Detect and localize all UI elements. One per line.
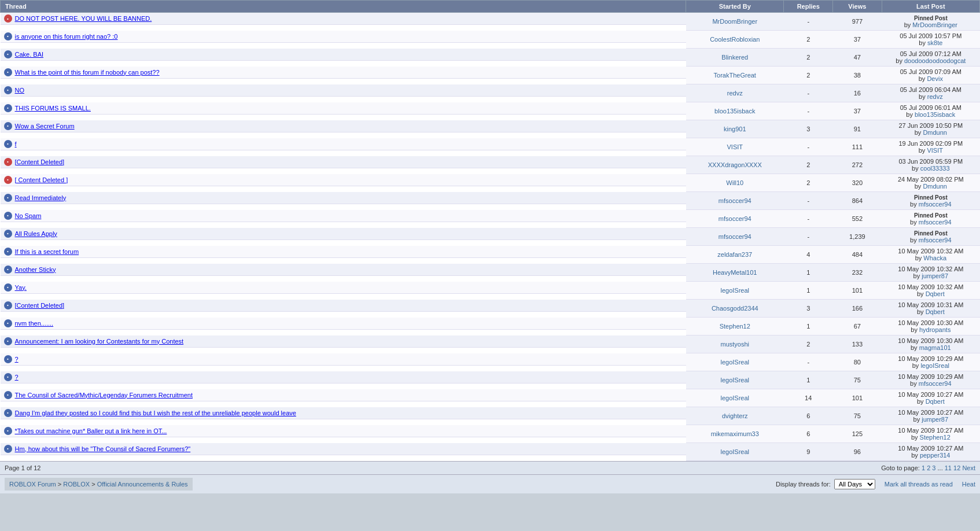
last-post-user-link[interactable]: Stephen12 bbox=[920, 434, 950, 441]
thread-title-cell: • [Content Deleted] bbox=[1, 156, 686, 168]
mark-all-read-link[interactable]: Mark all threads as read bbox=[885, 481, 953, 488]
breadcrumb-roblox-forum-link[interactable]: ROBLOX Forum bbox=[9, 481, 56, 488]
thread-title-link[interactable]: NO bbox=[15, 87, 25, 94]
started-by-link[interactable]: legoISreal bbox=[720, 377, 749, 384]
thread-title-link[interactable]: is anyone on this forum right nao? :0 bbox=[15, 33, 118, 40]
last-post-user-link[interactable]: Devix bbox=[927, 75, 943, 82]
started-by-link[interactable]: Chaosgodd2344 bbox=[712, 305, 758, 312]
next-page-link[interactable]: Next bbox=[962, 464, 975, 471]
thread-title-link[interactable]: Wow a Secret Forum bbox=[15, 123, 75, 130]
started-by-link[interactable]: mfsoccer94 bbox=[719, 197, 751, 204]
started-by-link[interactable]: legoISreal bbox=[720, 287, 749, 294]
breadcrumb-roblox-link[interactable]: ROBLOX bbox=[63, 481, 90, 488]
started-by-link[interactable]: Blinkered bbox=[721, 54, 748, 61]
started-by-link[interactable]: Will10 bbox=[726, 179, 743, 186]
started-by-link[interactable]: TorakTheGreat bbox=[714, 72, 756, 79]
last-post-user-link[interactable]: Dqbert bbox=[926, 290, 945, 297]
last-post-user-link[interactable]: sk8te bbox=[927, 39, 942, 46]
last-post-user-link[interactable]: Dmdunn bbox=[923, 183, 947, 190]
thread-title-link[interactable]: THIS FORUMS IS SMALL. bbox=[15, 105, 91, 112]
views-cell: 552 bbox=[833, 210, 882, 228]
page-link-11[interactable]: 11 bbox=[945, 464, 952, 471]
last-post-user-link[interactable]: mfsoccer94 bbox=[919, 380, 952, 387]
table-row: • If this is a secret forum zeldafan237 … bbox=[1, 246, 980, 264]
started-by-link[interactable]: bloo135isback bbox=[714, 108, 755, 115]
thread-title-link[interactable]: [Content Deleted] bbox=[15, 158, 65, 165]
replies-cell: 1 bbox=[784, 318, 833, 335]
heat-link[interactable]: Heat bbox=[962, 481, 975, 488]
started-by-link[interactable]: VISIT bbox=[727, 143, 743, 150]
thread-title-link[interactable]: Dang I'm glad they posted so I could fin… bbox=[15, 410, 296, 416]
thread-title-link[interactable]: All Rules Apply bbox=[15, 230, 57, 237]
page-link-2[interactable]: 2 bbox=[927, 464, 930, 471]
last-post-user-link[interactable]: Dqbert bbox=[926, 308, 945, 315]
page-link-3[interactable]: 3 bbox=[932, 464, 935, 471]
started-by-cell: mfsoccer94 bbox=[686, 228, 784, 246]
thread-title-link[interactable]: DO NOT POST HERE. YOU WILL BE BANNED. bbox=[15, 15, 152, 22]
thread-title-link[interactable]: ? bbox=[15, 374, 19, 381]
started-by-link[interactable]: king901 bbox=[724, 126, 746, 132]
last-post-user-link[interactable]: MrDoomBringer bbox=[912, 21, 957, 28]
thread-title-link[interactable]: The Counsil of Sacred/Mythic/Legenday Fo… bbox=[15, 392, 193, 399]
table-row: • THIS FORUMS IS SMALL. bloo135isback - … bbox=[1, 102, 980, 120]
started-by-link[interactable]: legoISreal bbox=[720, 394, 749, 401]
last-post-user-link[interactable]: jumper87 bbox=[922, 416, 948, 423]
thread-title-link[interactable]: Read Immediately bbox=[15, 194, 67, 201]
thread-title-link[interactable]: If this is a secret forum bbox=[15, 248, 79, 255]
last-post-user-link[interactable]: legoISreal bbox=[920, 362, 949, 369]
started-by-cell: MrDoomBringer bbox=[686, 13, 784, 31]
thread-title-link[interactable]: [Content Deleted] bbox=[15, 302, 65, 309]
thread-title-link[interactable]: What is the point of this forum if nobod… bbox=[15, 69, 160, 76]
thread-title-link[interactable]: Another Sticky bbox=[15, 266, 56, 273]
thread-title-link[interactable]: f bbox=[15, 141, 17, 148]
display-threads-select[interactable]: All Days Today 2 Days 1 Week 2 Weeks 1 M… bbox=[834, 479, 875, 489]
last-post-user-link[interactable]: mfsoccer94 bbox=[919, 201, 952, 208]
last-post-user-link[interactable]: mfsoccer94 bbox=[919, 237, 952, 244]
thread-title-link[interactable]: Cake. BAI bbox=[15, 51, 44, 58]
last-post-user-link[interactable]: cool33333 bbox=[920, 165, 950, 172]
last-post-user-link[interactable]: bloo135isback bbox=[915, 111, 955, 118]
last-post-user-link[interactable]: redvz bbox=[927, 93, 943, 100]
thread-title-link[interactable]: nvm then....... bbox=[15, 320, 54, 327]
thread-title-link[interactable]: *Takes out machine gun* Baller put a lin… bbox=[15, 427, 167, 434]
started-by-link[interactable]: HeavyMetal101 bbox=[713, 269, 757, 276]
thread-icon: • bbox=[4, 427, 12, 435]
page-link-1[interactable]: 1 bbox=[922, 464, 925, 471]
started-by-link[interactable]: redvz bbox=[727, 90, 743, 97]
started-by-link[interactable]: Stephen12 bbox=[720, 323, 750, 330]
breadcrumb-announcements-link[interactable]: Official Announcements & Rules bbox=[97, 481, 188, 488]
started-by-link[interactable]: zeldafan237 bbox=[717, 251, 752, 258]
last-post-user-link[interactable]: pepper314 bbox=[920, 452, 950, 459]
thread-title-link[interactable]: [ Content Deleted ] bbox=[15, 176, 68, 183]
started-by-link[interactable]: dvighterz bbox=[722, 412, 748, 419]
last-post-user-link[interactable]: VISIT bbox=[927, 147, 943, 154]
table-row: • [Content Deleted] XXXXdragonXXXX 2 272… bbox=[1, 156, 980, 174]
last-post-user-link[interactable]: doodoodoodoodogcat bbox=[904, 57, 966, 64]
thread-title-link[interactable]: Announcement: I am looking for Contestan… bbox=[15, 338, 184, 345]
pinned-label: Pinned Post bbox=[914, 194, 948, 201]
started-by-link[interactable]: XXXXdragonXXXX bbox=[708, 161, 762, 168]
started-by-link[interactable]: CoolestRobloxian bbox=[710, 36, 760, 43]
last-post-user-link[interactable]: jumper87 bbox=[922, 272, 948, 279]
started-by-link[interactable]: MrDoomBringer bbox=[712, 18, 757, 25]
started-by-link[interactable]: legoISreal bbox=[720, 359, 749, 366]
last-post-user-link[interactable]: Dmdunn bbox=[923, 129, 947, 136]
thread-title-link[interactable]: ? bbox=[15, 356, 19, 363]
started-by-link[interactable]: legoISreal bbox=[720, 448, 749, 455]
views-cell: 91 bbox=[833, 120, 882, 138]
thread-title-link[interactable]: Yay. bbox=[15, 284, 27, 291]
thread-title-cell: • DO NOT POST HERE. YOU WILL BE BANNED. bbox=[1, 13, 686, 25]
started-by-link[interactable]: mfsoccer94 bbox=[719, 215, 751, 222]
last-post-user-link[interactable]: Dqbert bbox=[926, 398, 945, 405]
last-post-user-link[interactable]: magma101 bbox=[919, 344, 951, 351]
last-post-user-link[interactable]: hydropants bbox=[919, 326, 950, 333]
started-by-link[interactable]: mfsoccer94 bbox=[719, 233, 751, 240]
last-post-user-link[interactable]: mfsoccer94 bbox=[919, 219, 952, 226]
page-link-12[interactable]: 12 bbox=[953, 464, 960, 471]
started-by-link[interactable]: mustyoshi bbox=[720, 341, 749, 348]
last-post-user-link[interactable]: Whacka bbox=[923, 255, 946, 261]
thread-title-link[interactable]: No Spam bbox=[15, 212, 42, 219]
views-cell: 80 bbox=[833, 353, 882, 371]
started-by-link[interactable]: mikemaximum33 bbox=[711, 430, 759, 437]
thread-title-link[interactable]: Hm, how about this will be "The Counsil … bbox=[15, 445, 191, 452]
